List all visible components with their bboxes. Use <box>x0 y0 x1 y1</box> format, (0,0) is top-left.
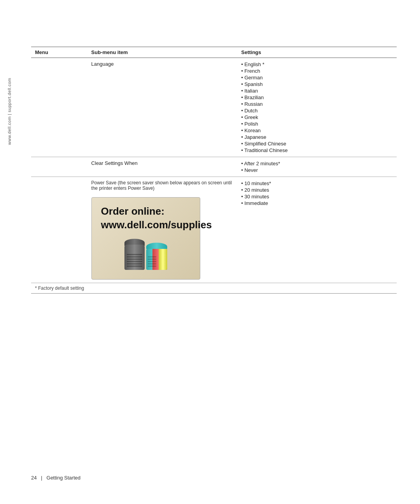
table-header-row: Menu Sub-menu item Settings <box>31 47 397 58</box>
table-row: Power Save (the screen saver shown below… <box>31 177 397 283</box>
list-item: Simplified Chinese <box>241 140 393 147</box>
footnote-row: * Factory default setting <box>31 283 397 294</box>
main-content: Menu Sub-menu item Settings Language Eng… <box>31 47 397 294</box>
stripe <box>127 254 142 255</box>
order-title-line2: www.dell.com/supplies <box>101 219 212 231</box>
header-menu: Menu <box>31 47 88 58</box>
stripe <box>148 266 156 267</box>
cell-submenu-clear: Clear Settings When <box>88 157 238 177</box>
list-item: Italian <box>241 88 393 94</box>
order-title-line1: Order online: <box>101 205 164 217</box>
list-item: Dutch <box>241 107 393 114</box>
language-list: English * French German Spanish Italian … <box>241 61 393 154</box>
cell-submenu-powersave: Power Save (the screen saver shown below… <box>88 177 238 283</box>
list-item: Traditional Chinese <box>241 147 393 154</box>
header-settings: Settings <box>237 47 397 58</box>
submenu-text: Power Save (the screen saver shown below… <box>91 180 234 191</box>
clear-settings-list: After 2 minutes* Never <box>241 160 393 173</box>
toner-black-icon <box>124 239 145 270</box>
stripe <box>127 263 142 264</box>
footnote-cell: * Factory default setting <box>31 283 397 294</box>
stripe <box>127 266 142 267</box>
powersave-settings-list: 10 minutes* 20 minutes 30 minutes Immedi… <box>241 180 393 206</box>
stripe <box>148 261 156 262</box>
page-number: 24 <box>31 475 37 481</box>
list-item: Korean <box>241 127 393 134</box>
list-item: 20 minutes <box>241 187 393 193</box>
list-item: Spanish <box>241 81 393 88</box>
order-online-box: Order online: www.dell.com/supplies <box>91 197 200 280</box>
sidebar-watermark: www.dell.com | support.dell.com <box>7 78 12 145</box>
toner-black-body <box>124 245 145 270</box>
cell-menu <box>31 177 88 283</box>
stripe <box>148 263 156 264</box>
list-item: 10 minutes* <box>241 180 393 187</box>
list-item: 30 minutes <box>241 193 393 200</box>
toner-color-stripes <box>148 256 156 267</box>
table-row: Language English * French German Spanish… <box>31 58 397 157</box>
footer: 24 | Getting Started <box>31 475 80 481</box>
stripe <box>127 259 142 260</box>
list-item: Never <box>241 167 393 173</box>
toner-black-stripes <box>127 254 142 267</box>
list-item: Brazilian <box>241 94 393 101</box>
list-item: Immediate <box>241 200 393 206</box>
toner-color-icon <box>146 243 167 270</box>
stripe <box>148 256 156 257</box>
toner-image <box>101 239 191 270</box>
section-label: Getting Started <box>47 475 80 481</box>
cell-settings-language: English * French German Spanish Italian … <box>237 58 397 157</box>
cell-menu <box>31 58 88 157</box>
list-item: Russian <box>241 101 393 107</box>
toner-cyan-top <box>146 243 167 249</box>
list-item: German <box>241 74 393 81</box>
cell-settings-clear: After 2 minutes* Never <box>237 157 397 177</box>
list-item: Polish <box>241 121 393 127</box>
toner-yellow-body <box>159 248 167 270</box>
cell-menu <box>31 157 88 177</box>
stripe <box>127 261 142 262</box>
cell-submenu-language: Language <box>88 58 238 157</box>
stripe <box>127 256 142 257</box>
list-item: French <box>241 68 393 74</box>
header-submenu: Sub-menu item <box>88 47 238 58</box>
table-row: Clear Settings When After 2 minutes* Nev… <box>31 157 397 177</box>
list-item: After 2 minutes* <box>241 160 393 167</box>
list-item: Japanese <box>241 134 393 140</box>
stripe <box>148 259 156 260</box>
list-item: Greek <box>241 114 393 121</box>
cell-settings-powersave: 10 minutes* 20 minutes 30 minutes Immedi… <box>237 177 397 283</box>
list-item: English * <box>241 61 393 68</box>
settings-table: Menu Sub-menu item Settings Language Eng… <box>31 47 397 294</box>
